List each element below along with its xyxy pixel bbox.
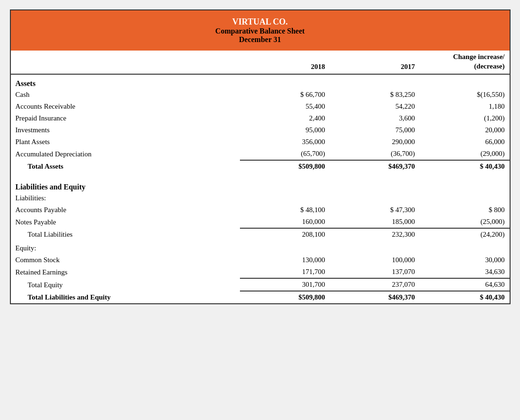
prepaid-insurance-2018: 2,400 xyxy=(240,112,330,124)
plant-assets-change: 66,000 xyxy=(419,136,509,148)
accounts-receivable-2017: 54,220 xyxy=(330,101,419,112)
total-equity-row: Total Equity 301,700 237,070 64,630 xyxy=(11,278,510,291)
total-liabilities-change: (24,200) xyxy=(419,228,509,240)
plant-assets-label: Plant Assets xyxy=(11,136,240,148)
retained-earnings-change: 34,630 xyxy=(419,266,509,278)
liabilities-equity-section-header: Liabilities and Equity xyxy=(11,178,510,192)
accounts-receivable-row: Accounts Receivable 55,400 54,220 1,180 xyxy=(11,101,510,112)
total-assets-row: Total Assets $509,800 $469,370 $ 40,430 xyxy=(11,160,510,172)
total-equity-label: Total Equity xyxy=(11,278,240,291)
total-liabilities-row: Total Liabilities 208,100 232,300 (24,20… xyxy=(11,228,510,240)
common-stock-2018: 130,000 xyxy=(240,254,330,266)
investments-label: Investments xyxy=(11,124,240,136)
total-liabilities-equity-label: Total Liabilities and Equity xyxy=(11,291,240,303)
accounts-receivable-change: 1,180 xyxy=(419,101,509,112)
accum-depreciation-row: Accumulated Depreciation (65,700) (36,70… xyxy=(11,148,510,160)
accum-depreciation-label: Accumulated Depreciation xyxy=(11,148,240,160)
sheet-date: December 31 xyxy=(16,35,505,44)
investments-2018: 95,000 xyxy=(240,124,330,136)
cash-change: $(16,550) xyxy=(419,89,509,101)
common-stock-2017: 100,000 xyxy=(330,254,419,266)
investments-change: 20,000 xyxy=(419,124,509,136)
accounts-payable-row: Accounts Payable $ 48,100 $ 47,300 $ 800 xyxy=(11,204,510,216)
total-liabilities-2018: 208,100 xyxy=(240,228,330,240)
total-liabilities-label: Total Liabilities xyxy=(11,228,240,240)
sheet-subtitle: Comparative Balance Sheet xyxy=(16,27,505,35)
total-assets-2018: $509,800 xyxy=(240,160,330,172)
investments-row: Investments 95,000 75,000 20,000 xyxy=(11,124,510,136)
col-2018-header: 2018 xyxy=(240,51,330,74)
notes-payable-row: Notes Payable 160,000 185,000 (25,000) xyxy=(11,216,510,228)
column-headers: 2018 2017 Change increase/ (decrease) xyxy=(11,51,510,74)
assets-label: Assets xyxy=(11,74,510,89)
accounts-receivable-label: Accounts Receivable xyxy=(11,101,240,112)
cash-2018: $ 66,700 xyxy=(240,89,330,101)
cash-row: Cash $ 66,700 $ 83,250 $(16,550) xyxy=(11,89,510,101)
retained-earnings-2018: 171,700 xyxy=(240,266,330,278)
common-stock-row: Common Stock 130,000 100,000 30,000 xyxy=(11,254,510,266)
plant-assets-2018: 356,000 xyxy=(240,136,330,148)
total-liabilities-equity-2017: $469,370 xyxy=(330,291,419,303)
balance-sheet-container: VIRTUAL CO. Comparative Balance Sheet De… xyxy=(10,9,511,304)
sheet-header: VIRTUAL CO. Comparative Balance Sheet De… xyxy=(11,10,510,51)
company-name: VIRTUAL CO. xyxy=(16,17,505,27)
total-liabilities-2017: 232,300 xyxy=(330,228,419,240)
balance-sheet-table: 2018 2017 Change increase/ (decrease) As… xyxy=(11,51,510,303)
total-liabilities-equity-change: $ 40,430 xyxy=(419,291,509,303)
retained-earnings-row: Retained Earnings 171,700 137,070 34,630 xyxy=(11,266,510,278)
accum-depreciation-2017: (36,700) xyxy=(330,148,419,160)
common-stock-label: Common Stock xyxy=(11,254,240,266)
prepaid-insurance-row: Prepaid Insurance 2,400 3,600 (1,200) xyxy=(11,112,510,124)
total-liabilities-equity-2018: $509,800 xyxy=(240,291,330,303)
accum-depreciation-change: (29,000) xyxy=(419,148,509,160)
total-assets-2017: $469,370 xyxy=(330,160,419,172)
total-assets-change: $ 40,430 xyxy=(419,160,509,172)
equity-subheader: Equity: xyxy=(11,240,510,254)
notes-payable-2017: 185,000 xyxy=(330,216,419,228)
equity-subheader-row: Equity: xyxy=(11,240,510,254)
notes-payable-change: (25,000) xyxy=(419,216,509,228)
total-equity-2018: 301,700 xyxy=(240,278,330,291)
common-stock-change: 30,000 xyxy=(419,254,509,266)
col-2017-header: 2017 xyxy=(330,51,419,74)
prepaid-insurance-change: (1,200) xyxy=(419,112,509,124)
liabilities-subheader-row: Liabilities: xyxy=(11,192,510,204)
cash-2017: $ 83,250 xyxy=(330,89,419,101)
col-label-header xyxy=(11,51,240,74)
liabilities-equity-label: Liabilities and Equity xyxy=(11,178,510,192)
prepaid-insurance-label: Prepaid Insurance xyxy=(11,112,240,124)
investments-2017: 75,000 xyxy=(330,124,419,136)
accounts-payable-2018: $ 48,100 xyxy=(240,204,330,216)
liabilities-subheader: Liabilities: xyxy=(11,192,510,204)
notes-payable-2018: 160,000 xyxy=(240,216,330,228)
accounts-payable-label: Accounts Payable xyxy=(11,204,240,216)
retained-earnings-2017: 137,070 xyxy=(330,266,419,278)
accounts-payable-change: $ 800 xyxy=(419,204,509,216)
assets-section-header: Assets xyxy=(11,74,510,89)
spacer-1 xyxy=(11,172,510,178)
prepaid-insurance-2017: 3,600 xyxy=(330,112,419,124)
accounts-receivable-2018: 55,400 xyxy=(240,101,330,112)
plant-assets-2017: 290,000 xyxy=(330,136,419,148)
col-change-header: Change increase/ (decrease) xyxy=(419,51,509,74)
accum-depreciation-2018: (65,700) xyxy=(240,148,330,160)
plant-assets-row: Plant Assets 356,000 290,000 66,000 xyxy=(11,136,510,148)
total-liabilities-equity-row: Total Liabilities and Equity $509,800 $4… xyxy=(11,291,510,303)
retained-earnings-label: Retained Earnings xyxy=(11,266,240,278)
total-assets-label: Total Assets xyxy=(11,160,240,172)
total-equity-change: 64,630 xyxy=(419,278,509,291)
total-equity-2017: 237,070 xyxy=(330,278,419,291)
cash-label: Cash xyxy=(11,89,240,101)
notes-payable-label: Notes Payable xyxy=(11,216,240,228)
accounts-payable-2017: $ 47,300 xyxy=(330,204,419,216)
